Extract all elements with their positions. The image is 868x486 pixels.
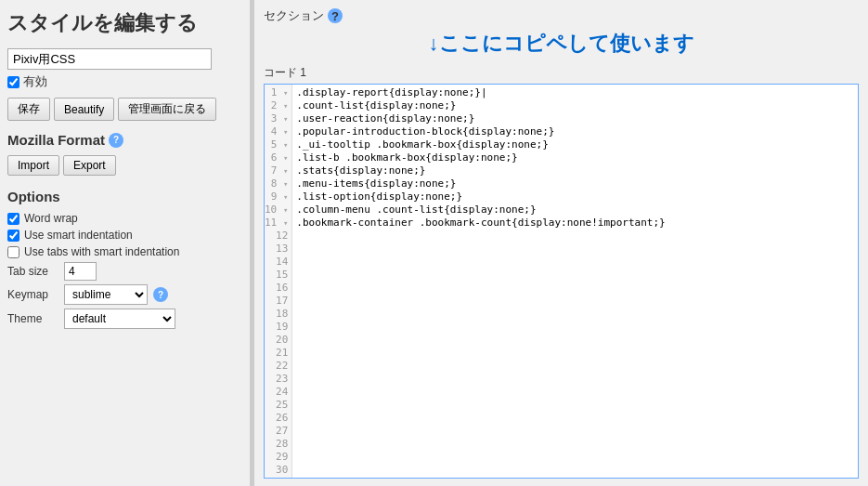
save-button[interactable]: 保存 <box>7 98 50 121</box>
tab-size-row: Tab size <box>7 262 242 281</box>
copy-hint: ↓ここにコピペして使います <box>264 30 859 58</box>
tab-size-input[interactable] <box>64 262 97 281</box>
line-number: 25 <box>265 399 291 412</box>
line-number: 1 ▾ <box>265 86 291 99</box>
line-number: 19 <box>265 321 291 334</box>
line-number: 2 ▾ <box>265 99 291 112</box>
code-label: コード 1 <box>264 65 859 81</box>
line-number: 21 <box>265 347 291 360</box>
line-number: 20 <box>265 334 291 347</box>
page-title: スタイルを編集する <box>7 9 242 37</box>
enabled-checkbox[interactable] <box>7 76 19 88</box>
line-number: 12 <box>265 230 291 243</box>
left-panel: スタイルを編集する 有効 保存 Beautify 管理画面に戻る Mozilla… <box>0 0 251 486</box>
keymap-help-icon[interactable]: ? <box>153 287 168 302</box>
line-number: 4 ▾ <box>265 125 291 138</box>
smart-indent-row: Use smart indentation <box>7 229 242 242</box>
word-wrap-checkbox[interactable] <box>7 213 19 225</box>
line-number: 6 ▾ <box>265 151 291 164</box>
admin-button[interactable]: 管理画面に戻る <box>118 98 216 121</box>
line-number: 18 <box>265 308 291 321</box>
theme-label: Theme <box>7 312 58 325</box>
line-number: 23 <box>265 373 291 386</box>
theme-row: Theme default monokai solarized <box>7 309 242 329</box>
keymap-select[interactable]: default sublime vim emacs <box>64 284 148 305</box>
mozilla-format-label: Mozilla Format <box>7 132 105 148</box>
line-number: 24 <box>265 386 291 399</box>
word-wrap-row: Word wrap <box>7 212 242 225</box>
line-number: 9 ▾ <box>265 190 291 204</box>
use-tabs-label: Use tabs with smart indentation <box>24 245 179 258</box>
export-button[interactable]: Export <box>63 155 116 176</box>
mozilla-format-help-icon[interactable]: ? <box>109 133 123 148</box>
line-number: 30 <box>265 464 291 477</box>
smart-indent-label: Use smart indentation <box>24 229 133 242</box>
code-editor-wrapper: 1 ▾2 ▾3 ▾4 ▾5 ▾6 ▾7 ▾8 ▾9 ▾10 ▾11 ▾12131… <box>264 84 859 479</box>
line-number: 27 <box>265 425 291 438</box>
import-export-row: Import Export <box>7 155 242 176</box>
line-number: 3 ▾ <box>265 112 291 125</box>
right-panel: セクション ? ↓ここにコピペして使います コード 1 1 ▾2 ▾3 ▾4 ▾… <box>254 0 868 486</box>
line-number: 5 ▾ <box>265 138 291 151</box>
action-buttons: 保存 Beautify 管理画面に戻る <box>7 98 242 121</box>
line-number: 17 <box>265 295 291 308</box>
smart-indent-checkbox[interactable] <box>7 230 19 242</box>
code-content[interactable]: .display-report{display:none;}| .count-l… <box>292 85 858 478</box>
section-label: セクション <box>264 7 324 24</box>
style-name-input[interactable] <box>7 48 212 70</box>
line-number: 14 <box>265 256 291 269</box>
line-number: 31 <box>265 477 291 478</box>
line-number: 29 <box>265 451 291 464</box>
line-number: 10 ▾ <box>265 204 291 217</box>
word-wrap-label: Word wrap <box>24 212 78 225</box>
use-tabs-checkbox[interactable] <box>7 246 19 258</box>
section-header: セクション ? <box>264 7 859 24</box>
line-number: 16 <box>265 282 291 295</box>
use-tabs-row: Use tabs with smart indentation <box>7 245 242 258</box>
line-number: 8 ▾ <box>265 177 291 190</box>
enabled-row: 有効 <box>7 73 242 90</box>
tab-size-label: Tab size <box>7 265 58 278</box>
theme-select[interactable]: default monokai solarized <box>64 309 175 329</box>
line-number: 13 <box>265 243 291 256</box>
line-number: 22 <box>265 360 291 373</box>
keymap-row: Keymap default sublime vim emacs ? <box>7 284 242 305</box>
mozilla-format-section: Mozilla Format ? <box>7 132 242 148</box>
beautify-button[interactable]: Beautify <box>54 98 114 121</box>
line-number: 11 ▾ <box>265 217 291 230</box>
line-number: 7 ▾ <box>265 164 291 177</box>
line-number: 26 <box>265 412 291 425</box>
enabled-label: 有効 <box>23 73 47 90</box>
import-button[interactable]: Import <box>7 155 59 176</box>
line-number: 28 <box>265 438 291 451</box>
options-title: Options <box>7 189 242 204</box>
section-help-icon[interactable]: ? <box>328 8 343 23</box>
line-number: 15 <box>265 269 291 282</box>
keymap-label: Keymap <box>7 288 58 301</box>
line-numbers: 1 ▾2 ▾3 ▾4 ▾5 ▾6 ▾7 ▾8 ▾9 ▾10 ▾11 ▾12131… <box>265 85 292 478</box>
